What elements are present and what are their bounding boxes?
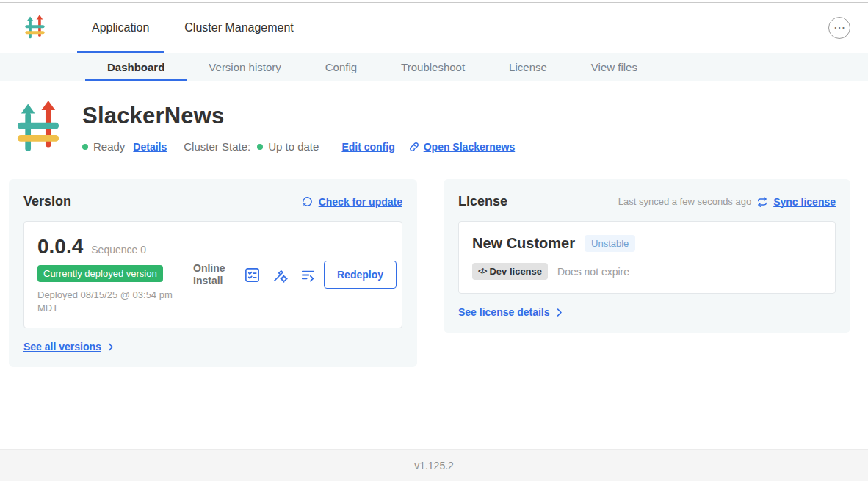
customer-name-row: New Customer Unstable (472, 235, 822, 252)
license-card: License Last synced a few seconds ago Sy… (444, 179, 850, 333)
subnav-view-files-label: View files (591, 61, 637, 73)
channel-badge: Unstable (585, 235, 635, 252)
details-link[interactable]: Details (133, 141, 167, 153)
install-type-label: Online Install (193, 262, 233, 288)
subnav-license-label: License (509, 61, 547, 73)
edit-config-link[interactable]: Edit config (341, 141, 394, 153)
slackernews-logo-icon[interactable] (25, 13, 45, 43)
refresh-icon (301, 195, 314, 208)
status-divider (330, 140, 330, 153)
version-card-header: Version Check for update (23, 194, 402, 209)
footer: v1.125.2 (0, 449, 868, 481)
current-version-panel: 0.0.4 Sequence 0 Currently deployed vers… (23, 221, 402, 328)
chevron-right-icon (105, 341, 116, 352)
subnav-item-version-history[interactable]: Version history (187, 53, 303, 81)
open-slackernews-link[interactable]: Open Slackernews (424, 141, 516, 153)
tab-application-label: Application (92, 21, 149, 35)
app-icon (17, 100, 59, 157)
license-card-header: License Last synced a few seconds ago Sy… (458, 194, 836, 209)
app-header: SlackerNews Ready Details Cluster State:… (0, 81, 868, 157)
license-type-label: Dev license (489, 266, 542, 277)
check-for-update-link[interactable]: Check for update (319, 196, 402, 208)
redeploy-button[interactable]: Redeploy (324, 261, 397, 289)
version-info: 0.0.4 Sequence 0 Currently deployed vers… (37, 235, 193, 314)
version-card-title: Version (23, 194, 71, 209)
top-nav: Application Cluster Management ⋯ (0, 3, 868, 53)
cluster-state-value: Up to date (268, 140, 319, 153)
overflow-menu-button[interactable]: ⋯ (828, 17, 850, 39)
customer-name: New Customer (472, 235, 575, 252)
subnav-config-label: Config (325, 61, 357, 73)
subnav-item-config[interactable]: Config (303, 53, 379, 81)
tab-cluster-management[interactable]: Cluster Management (170, 3, 308, 53)
release-notes-icon[interactable] (244, 267, 261, 283)
subnav-dashboard-label: Dashboard (107, 61, 164, 73)
dashboard-cards: Version Check for update 0.0.4 Sequ (0, 157, 868, 367)
overflow-menu-icon: ⋯ (833, 22, 845, 34)
subnav-item-view-files[interactable]: View files (569, 53, 659, 81)
subnav-item-troubleshoot[interactable]: Troubleshoot (379, 53, 487, 81)
license-panel: New Customer Unstable </> Dev license Do… (458, 221, 836, 294)
version-card: Version Check for update 0.0.4 Sequ (9, 179, 417, 367)
subnav-item-license[interactable]: License (487, 53, 569, 81)
see-all-versions-link[interactable]: See all versions (23, 341, 101, 352)
subnav-item-dashboard[interactable]: Dashboard (85, 53, 187, 81)
subnav-troubleshoot-label: Troubleshoot (401, 61, 465, 73)
version-action-icons (244, 267, 317, 283)
page-title: SlackerNews (82, 103, 515, 129)
subnav-version-history-label: Version history (209, 61, 281, 73)
edit-config-icon[interactable] (272, 267, 289, 283)
tab-cluster-management-label: Cluster Management (184, 21, 294, 35)
console-version: v1.125.2 (414, 460, 454, 471)
last-synced-text: Last synced a few seconds ago (618, 196, 751, 207)
view-logs-icon[interactable] (300, 267, 317, 283)
see-all-versions[interactable]: See all versions (23, 341, 402, 352)
version-number-row: 0.0.4 Sequence 0 (37, 235, 193, 258)
link-icon (408, 141, 420, 153)
expiration-text: Does not expire (557, 266, 629, 278)
license-card-title: License (458, 194, 507, 209)
version-number: 0.0.4 (37, 235, 83, 258)
license-type-row: </> Dev license Does not expire (472, 263, 822, 280)
sequence-label: Sequence 0 (91, 244, 146, 256)
deployed-badge: Currently deployed version (37, 265, 163, 282)
app-status-dot (82, 144, 88, 150)
main-tabs: Application Cluster Management (77, 3, 314, 53)
see-license-details[interactable]: See license details (458, 306, 836, 318)
sub-nav: Dashboard Version history Config Trouble… (0, 53, 868, 81)
code-icon: </> (478, 267, 486, 275)
deployed-timestamp: Deployed 08/15/25 @ 03:54 pm MDT (37, 289, 184, 314)
tab-application[interactable]: Application (77, 3, 164, 53)
sync-license-group: Last synced a few seconds ago Sync licen… (618, 196, 836, 208)
sync-license-link[interactable]: Sync license (773, 196, 836, 208)
check-for-update-group: Check for update (301, 195, 402, 208)
main-content: SlackerNews Ready Details Cluster State:… (0, 81, 868, 367)
cluster-state-dot (257, 144, 263, 150)
app-header-text: SlackerNews Ready Details Cluster State:… (82, 100, 515, 157)
app-status-text: Ready (93, 140, 125, 153)
cluster-state-label: Cluster State: (184, 140, 250, 153)
see-license-details-link[interactable]: See license details (458, 306, 550, 318)
status-row: Ready Details Cluster State: Up to date … (82, 140, 515, 153)
license-type-badge: </> Dev license (472, 263, 548, 280)
chevron-right-icon (554, 307, 565, 318)
sync-icon (756, 196, 768, 208)
